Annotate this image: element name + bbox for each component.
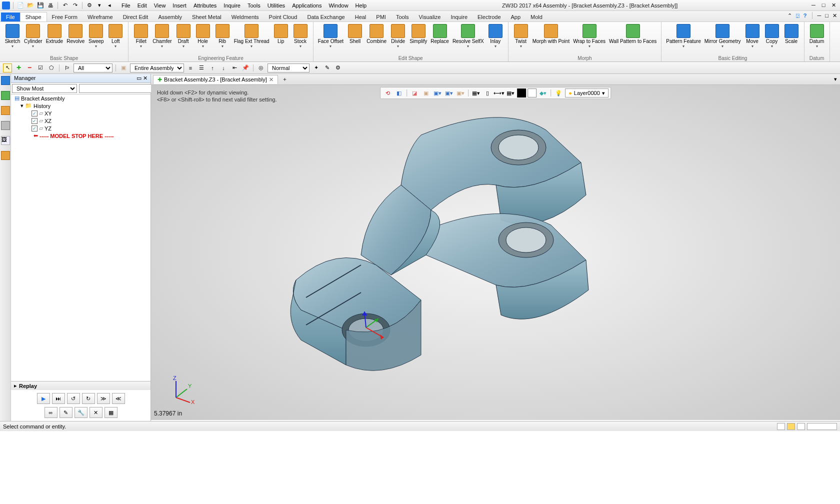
combine-button[interactable]: Combine	[365, 23, 388, 45]
draft-button[interactable]: Draft▾	[174, 23, 193, 50]
open-icon[interactable]: 📂	[26, 2, 34, 10]
ribbon-tab-inquire[interactable]: Inquire	[446, 12, 472, 22]
visual-manager-icon[interactable]: 🖼	[1, 136, 10, 145]
fast-fwd-button[interactable]: ≫	[97, 393, 110, 404]
new-icon[interactable]: 📄	[16, 2, 24, 10]
stack-icon[interactable]: ≡	[186, 64, 195, 72]
checkbox-icon[interactable]: ☑	[36, 64, 45, 72]
wand-icon[interactable]: ✎	[322, 64, 332, 72]
back-icon[interactable]: ◂	[106, 2, 114, 10]
lip-button[interactable]: Lip	[272, 23, 290, 45]
divide-button[interactable]: Divide▾	[388, 23, 408, 50]
fillet-button[interactable]: Fillet▾	[132, 23, 150, 50]
pointer-icon[interactable]: ↖	[3, 64, 12, 72]
copy-button[interactable]: Copy▾	[762, 23, 782, 50]
sweep-button[interactable]: Sweep▾	[86, 23, 106, 50]
loop-fwd-button[interactable]: ↻	[82, 393, 95, 404]
replay-header[interactable]: ▸ Replay	[11, 381, 150, 390]
search-icon[interactable]: ?	[804, 12, 807, 18]
ribbon-tab-assembly[interactable]: Assembly	[153, 12, 187, 22]
polygon-icon[interactable]: ⬠	[47, 64, 56, 72]
close-button[interactable]: ✕	[829, 2, 838, 9]
pattern-feature-button[interactable]: Pattern Feature▾	[664, 23, 702, 50]
loop-back-button[interactable]: ↺	[67, 393, 80, 404]
minimize-button[interactable]: ─	[809, 2, 818, 9]
tree-root[interactable]: ▤ Bracket Assembly	[11, 94, 150, 102]
tree-plane-yz[interactable]: ✓▱YZ	[11, 124, 150, 132]
ribbon-tab-sheet-metal[interactable]: Sheet Metal	[187, 12, 226, 22]
scope-combo[interactable]: Entire Assembly	[130, 64, 184, 72]
menu-utilities[interactable]: Utilities	[264, 2, 288, 10]
options-icon[interactable]: ⚙	[86, 2, 94, 10]
pin-icon[interactable]: 📌	[241, 64, 250, 72]
menu-view[interactable]: View	[151, 2, 169, 10]
checkbox-icon[interactable]: ✓	[32, 118, 38, 124]
status-icon-2[interactable]	[787, 423, 795, 430]
extrude-button[interactable]: Extrude	[44, 23, 64, 45]
tree-model-stop[interactable]: ⬅ ----- MODEL STOP HERE -----	[11, 132, 150, 140]
layer-manager-icon[interactable]	[1, 106, 10, 115]
pointer2-icon[interactable]: ✦	[312, 64, 320, 72]
collapse-ribbon-icon[interactable]: ⌃	[788, 12, 792, 19]
save-icon[interactable]: 💾	[36, 2, 44, 10]
step-fwd-button[interactable]: ⏭	[52, 393, 65, 404]
menu-help[interactable]: Help	[352, 2, 370, 10]
edit-button[interactable]: ✎	[60, 407, 72, 418]
expand-icon[interactable]: ▸	[14, 382, 17, 389]
menu-window[interactable]: Window	[326, 2, 351, 10]
doc-restore-icon[interactable]: □	[825, 12, 828, 18]
doc-minimize-icon[interactable]: ─	[818, 12, 822, 18]
cancel-button[interactable]: ✕	[90, 407, 102, 418]
add-icon[interactable]: ✚	[14, 64, 23, 72]
menu-edit[interactable]: Edit	[134, 2, 150, 10]
history-manager-icon[interactable]	[1, 91, 10, 100]
tree-plane-xy[interactable]: ✓▱XY	[11, 110, 150, 117]
list-icon[interactable]: ☰	[197, 64, 206, 72]
flag-ext-thread-button[interactable]: Flag Ext Thread▾	[232, 23, 271, 50]
ribbon-tab-weldments[interactable]: Weldments	[226, 12, 264, 22]
cube-icon[interactable]: ▣	[119, 64, 128, 72]
revolve-button[interactable]: Revolve	[65, 23, 86, 45]
menu-file[interactable]: File	[118, 2, 134, 10]
ribbon-tab-app[interactable]: App	[506, 12, 526, 22]
hole-button[interactable]: Hole▾	[194, 23, 212, 50]
show-mode-combo[interactable]: Show Most	[12, 84, 77, 93]
menu-inquire[interactable]: Inquire	[220, 2, 244, 10]
menu-tools[interactable]: Tools	[244, 2, 264, 10]
view-manager-icon[interactable]	[1, 121, 10, 130]
ribbon-tab-heal[interactable]: Heal	[350, 12, 372, 22]
ribbon-tab-point-cloud[interactable]: Point Cloud	[264, 12, 302, 22]
ribbon-tab-electrode[interactable]: Electrode	[472, 12, 506, 22]
simplify-button[interactable]: Simplify	[408, 23, 428, 45]
print-icon[interactable]: 🖶	[46, 2, 54, 10]
stock-button[interactable]: Stock▾	[291, 23, 310, 50]
status-icon-4[interactable]	[807, 423, 837, 430]
resolve-selfx-button[interactable]: Resolve SelfX▾	[451, 23, 486, 50]
menu-insert[interactable]: Insert	[170, 2, 190, 10]
role-manager-icon[interactable]	[1, 151, 10, 160]
checkbox-icon[interactable]: ✓	[32, 126, 38, 132]
ribbon-tab-file[interactable]: File	[1, 12, 20, 22]
target-icon[interactable]: ◎	[256, 64, 266, 72]
ribbon-tab-wireframe[interactable]: Wireframe	[82, 12, 118, 22]
dec-icon[interactable]: ↓	[219, 64, 228, 72]
face-offset-button[interactable]: Face Offset▾	[316, 23, 346, 50]
inlay-button[interactable]: Inlay▾	[486, 23, 505, 50]
wrap-to-faces-button[interactable]: Wrap to Faces▾	[572, 23, 607, 50]
manager-dock-icon[interactable]: ▭	[136, 75, 142, 81]
filter-icon[interactable]: 🏳	[62, 64, 72, 72]
tools-button[interactable]: 🔧	[74, 407, 88, 418]
remove-icon[interactable]: ━	[25, 64, 34, 72]
collapse-icon[interactable]: ⇤	[230, 64, 239, 72]
loft-button[interactable]: Loft▾	[106, 23, 125, 50]
maximize-button[interactable]: □	[819, 2, 828, 9]
manager-close-icon[interactable]: ✕	[143, 75, 148, 81]
ribbon-tab-shape[interactable]: Shape	[20, 12, 47, 22]
play-button[interactable]: ▶	[37, 393, 50, 404]
filter-combo[interactable]: All	[74, 64, 112, 72]
inc-icon[interactable]: ↑	[208, 64, 217, 72]
move-button[interactable]: Move▾	[743, 23, 762, 50]
ribbon-tab-mold[interactable]: Mold	[526, 12, 548, 22]
ribbon-tab-pmi[interactable]: PMI	[371, 12, 391, 22]
tree-history[interactable]: ▾ 📁 History	[11, 102, 150, 110]
